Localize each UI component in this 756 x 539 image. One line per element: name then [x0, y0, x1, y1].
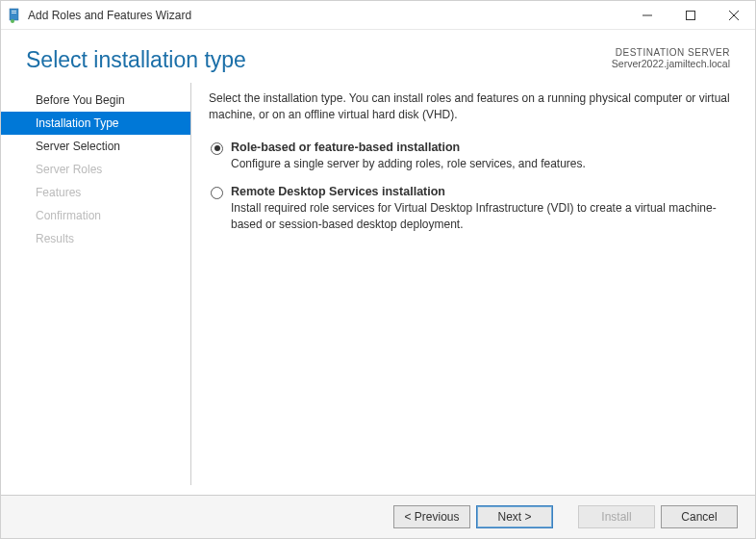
sidebar-item-confirmation: Confirmation — [1, 204, 190, 227]
svg-rect-2 — [12, 13, 16, 13]
close-button[interactable] — [712, 1, 755, 29]
sidebar-item-server-selection[interactable]: Server Selection — [1, 135, 190, 158]
sidebar-item-features: Features — [1, 181, 190, 204]
radio-description: Configure a single server by adding role… — [231, 156, 730, 172]
intro-text: Select the installation type. You can in… — [209, 90, 730, 123]
radio-label: Role-based or feature-based installation — [231, 141, 730, 154]
svg-rect-5 — [686, 11, 694, 19]
cancel-button[interactable]: Cancel — [661, 505, 738, 528]
next-button[interactable]: Next > — [476, 505, 553, 528]
maximize-button[interactable] — [668, 1, 712, 29]
sidebar-item-results: Results — [1, 227, 190, 250]
sidebar-item-installation-type[interactable]: Installation Type — [1, 112, 190, 135]
svg-point-3 — [11, 19, 14, 23]
svg-rect-0 — [10, 9, 18, 20]
button-gap — [559, 505, 572, 528]
window-title: Add Roles and Features Wizard — [28, 9, 625, 22]
radio-icon[interactable] — [211, 142, 223, 155]
wizard-window: Add Roles and Features Wizard Select ins… — [0, 0, 756, 539]
sidebar-item-before-you-begin[interactable]: Before You Begin — [1, 89, 190, 112]
page-title: Select installation type — [26, 47, 246, 73]
radio-icon[interactable] — [211, 187, 223, 199]
minimize-button[interactable] — [625, 1, 668, 29]
destination-server-name: Server2022.jamiltech.local — [612, 58, 730, 69]
sidebar-item-server-roles: Server Roles — [1, 158, 190, 181]
radio-option-role-based[interactable]: Role-based or feature-based installation… — [211, 141, 730, 172]
window-controls — [625, 1, 755, 29]
radio-text: Remote Desktop Services installation Ins… — [231, 185, 730, 233]
main-content: Select the installation type. You can in… — [191, 83, 755, 495]
radio-label: Remote Desktop Services installation — [231, 185, 730, 198]
header: Select installation type DESTINATION SER… — [1, 30, 755, 83]
titlebar: Add Roles and Features Wizard — [1, 1, 755, 30]
radio-description: Install required role services for Virtu… — [231, 200, 730, 233]
destination-server-label: DESTINATION SERVER — [612, 47, 730, 58]
radio-text: Role-based or feature-based installation… — [231, 141, 730, 172]
previous-button[interactable]: < Previous — [393, 505, 470, 528]
install-button: Install — [578, 505, 655, 528]
body: Before You Begin Installation Type Serve… — [1, 83, 755, 495]
destination-server-block: DESTINATION SERVER Server2022.jamiltech.… — [612, 47, 730, 69]
button-bar: < Previous Next > Install Cancel — [1, 495, 755, 538]
server-manager-icon — [7, 8, 22, 23]
svg-rect-1 — [12, 11, 16, 12]
radio-option-rds[interactable]: Remote Desktop Services installation Ins… — [211, 185, 730, 233]
wizard-steps-sidebar: Before You Begin Installation Type Serve… — [1, 83, 191, 485]
installation-type-radio-group: Role-based or feature-based installation… — [211, 141, 730, 233]
